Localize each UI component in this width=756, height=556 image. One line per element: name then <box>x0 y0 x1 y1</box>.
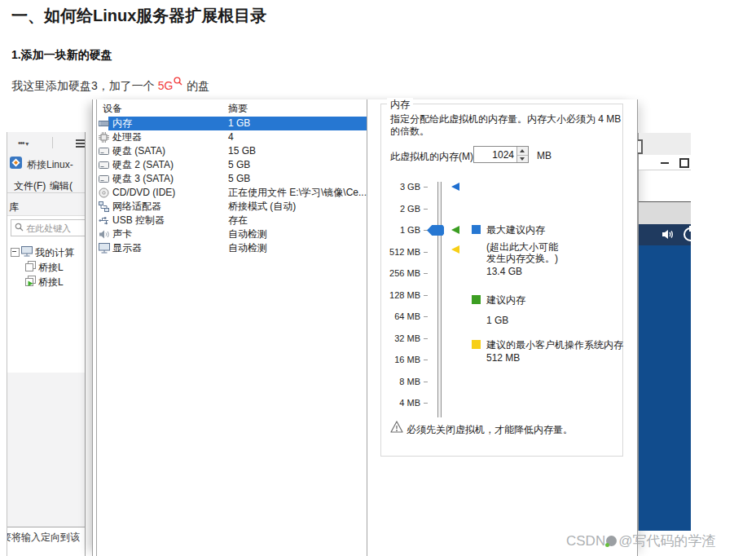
device-row[interactable]: 内存1 GB <box>97 117 367 130</box>
scale-tick <box>424 273 428 274</box>
scale-label: 8 MB <box>381 376 420 387</box>
vm-running-icon <box>25 276 37 289</box>
memory-group: 内存 指定分配给此虚拟机的内存量。内存大小必须为 4 MB 的倍数。 此虚拟机的… <box>380 104 623 457</box>
scale-label: 4 MB <box>381 397 420 408</box>
scale-tick <box>424 187 428 188</box>
vmware-screenshot: ••• ▾ 桥接Linux- 文件(F) 编辑( 库 在此处键入 我的计算桥接L… <box>0 99 756 556</box>
menu-file[interactable]: 文件(F) <box>14 179 46 193</box>
max-recommended-memory-label: 发生内存交换。) <box>486 252 558 266</box>
more-actions-icon[interactable]: ••• ▾ <box>18 139 29 148</box>
guest-os-minimum-memory-value: 512 MB <box>486 352 520 364</box>
tree-item[interactable]: 桥接L <box>7 259 85 274</box>
column-header-device: 设备 <box>103 102 122 116</box>
csdn-logo-icon <box>606 536 617 546</box>
memory-input-label: 此虚拟机的内存(M): <box>390 150 476 164</box>
search-placeholder: 在此处键入 <box>26 223 71 235</box>
vm-settings-dialog: 设备 摘要 内存1 GB处理器4硬盘 (SATA)15 GB硬盘 2 (SATA… <box>92 99 638 556</box>
recommended-memory-value: 1 GB <box>486 315 508 326</box>
device-name: CD/DVD (IDE) <box>112 186 175 200</box>
status-text: 要将输入定向到该 <box>7 531 80 545</box>
device-row[interactable]: 硬盘 (SATA)15 GB <box>97 144 367 158</box>
minimum-memory-marker <box>451 245 459 254</box>
memory-description-2: 的倍数。 <box>390 125 429 139</box>
vm-tab[interactable]: 桥接Linux- <box>27 158 73 172</box>
memory-input[interactable]: 1024 <box>473 146 529 163</box>
background-toolbar <box>639 133 691 155</box>
vmware-main-window: ••• ▾ 桥接Linux- 文件(F) 编辑( 库 在此处键入 我的计算桥接L… <box>7 132 86 556</box>
scale-label: 64 MB <box>381 311 420 322</box>
scale-label: 1 GB <box>381 224 420 236</box>
scale-label: 3 GB <box>381 181 420 192</box>
search-input[interactable]: 在此处键入 <box>11 219 86 236</box>
collapse-icon[interactable] <box>11 248 20 257</box>
device-summary: 15 GB <box>228 144 256 158</box>
device-row[interactable]: 声卡自动检测 <box>97 227 367 241</box>
speaker-icon[interactable] <box>662 228 674 243</box>
scale-tick <box>424 209 428 210</box>
device-row[interactable]: CD/DVD (IDE)正在使用文件 E:\学习\镜像\Ce... <box>97 186 367 200</box>
device-row[interactable]: 处理器4 <box>97 130 367 144</box>
console-toolbar <box>639 202 691 224</box>
divider <box>7 192 85 193</box>
device-summary: 4 <box>228 130 234 144</box>
scale-tick <box>424 295 428 296</box>
memory-value: 1024 <box>492 149 514 161</box>
background-window <box>638 99 691 556</box>
guest-os-minimum-memory-swatch <box>472 340 481 349</box>
device-name: USB 控制器 <box>112 214 165 227</box>
device-row[interactable]: 显示器自动检测 <box>97 241 367 255</box>
maximize-button[interactable] <box>679 158 689 168</box>
device-table: 设备 摘要 内存1 GB处理器4硬盘 (SATA)15 GB硬盘 2 (SATA… <box>96 99 367 556</box>
tree-item-label: 桥接L <box>38 276 64 289</box>
scale-tick <box>424 338 428 339</box>
device-row[interactable]: 网络适配器桥接模式 (自动) <box>97 200 367 214</box>
disk-size-link[interactable]: 5G <box>158 79 174 92</box>
toolbar-fragment-icon <box>638 139 643 154</box>
power-icon[interactable] <box>683 227 691 241</box>
memory-stepper <box>516 147 528 162</box>
tree-item[interactable]: 我的计算 <box>7 245 85 259</box>
window-controls <box>639 155 691 170</box>
vm-icon <box>25 261 37 275</box>
article-paragraph: 我这里添加硬盘3，加了一个 5G 的盘 <box>11 79 209 94</box>
scale-label: 512 MB <box>381 246 420 258</box>
device-summary: 1 GB <box>228 117 250 130</box>
device-summary: 存在 <box>228 214 248 227</box>
device-name: 声卡 <box>112 227 132 241</box>
toolbar-divider <box>52 137 53 148</box>
tree-item-label: 我的计算 <box>35 246 74 260</box>
device-row[interactable]: 硬盘 2 (SATA)5 GB <box>97 158 367 172</box>
memory-slider-handle[interactable] <box>427 225 444 236</box>
vmware-logo-icon <box>10 157 22 171</box>
scale-label: 128 MB <box>381 289 420 301</box>
minimize-button[interactable] <box>661 162 669 164</box>
watermark-brand: CSDN <box>566 533 605 549</box>
scale-tick <box>424 316 428 317</box>
tree-item[interactable]: 桥接L <box>7 274 85 289</box>
scale-tick <box>424 252 428 253</box>
recommended-memory-marker <box>451 226 459 234</box>
scale-tick <box>424 360 428 360</box>
max-recommended-memory-label: 最大建议内存 <box>486 223 545 237</box>
device-table-rows: 内存1 GB处理器4硬盘 (SATA)15 GB硬盘 2 (SATA)5 GB硬… <box>97 117 367 255</box>
watermark-author: @写代码的学渣 <box>618 532 715 550</box>
device-row[interactable]: 硬盘 3 (SATA)5 GB <box>97 172 367 186</box>
device-summary: 自动检测 <box>228 241 267 255</box>
zoom-icon[interactable] <box>174 75 182 88</box>
scale-tick <box>424 403 428 404</box>
device-name: 硬盘 3 (SATA) <box>112 172 174 186</box>
guest-os-minimum-memory-label: 建议的最小客户机操作系统内存 <box>486 338 623 352</box>
device-row[interactable]: USB 控制器存在 <box>97 214 367 227</box>
memory-slider-track[interactable] <box>437 182 442 417</box>
menu-edit[interactable]: 编辑( <box>50 179 73 193</box>
tree-item-label: 桥接L <box>38 261 64 275</box>
memory-group-label: 内存 <box>387 98 413 112</box>
vm-screen <box>639 245 691 531</box>
scale-label: 2 GB <box>381 203 420 214</box>
stepper-down-button[interactable] <box>517 155 528 163</box>
recommended-memory-label: 建议内存 <box>486 293 525 307</box>
warning-icon <box>390 421 403 435</box>
list-view-icon[interactable] <box>76 139 86 149</box>
max-recommended-memory-swatch <box>472 225 481 234</box>
device-summary: 桥接模式 (自动) <box>228 200 296 214</box>
